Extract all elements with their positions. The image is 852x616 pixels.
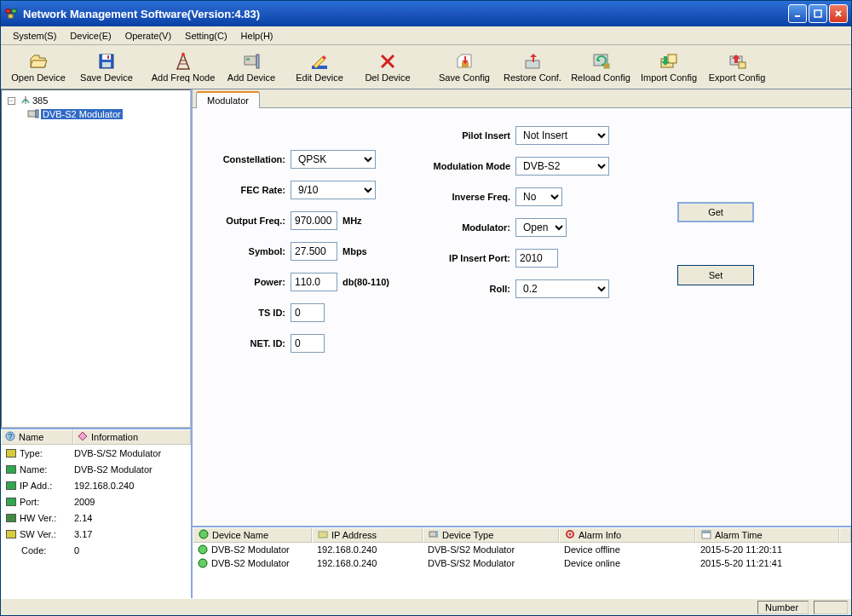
set-button[interactable]: Set <box>677 265 754 285</box>
modulator-icon <box>27 108 39 120</box>
fec-rate-select[interactable]: 9/10 <box>291 181 376 199</box>
svg-rect-30 <box>36 110 38 118</box>
modulator-panel: Constellation:QPSK FEC Rate:9/10 Output … <box>193 108 851 526</box>
gear-red-icon <box>565 529 575 541</box>
help-icon: ? <box>5 431 15 443</box>
svg-rect-35 <box>429 532 436 537</box>
svg-rect-27 <box>739 62 746 68</box>
menu-system[interactable]: System(S) <box>6 29 63 43</box>
left-pane: − 385 DVB-S2 Modulator ? Name Informatio… <box>1 89 193 598</box>
edit-device-button[interactable]: Edit Device <box>285 47 354 88</box>
status-bar: Number <box>1 598 851 615</box>
power-input[interactable] <box>291 273 337 291</box>
table-row[interactable]: DVB-S2 Modulator192.168.0.240DVB-S/S2 Mo… <box>193 543 851 556</box>
tab-strip: Modulator <box>193 89 851 108</box>
info-row: HW Ver.:2.14 <box>6 511 186 525</box>
floppy-icon <box>97 52 116 71</box>
menu-device[interactable]: Device(E) <box>63 29 118 43</box>
open-device-button[interactable]: Open Device <box>4 47 72 88</box>
info-row: Port:2009 <box>6 495 186 509</box>
diamond-icon <box>78 431 88 443</box>
svg-rect-1 <box>12 9 16 13</box>
ip-insert-port-input[interactable] <box>515 249 558 268</box>
menu-operate[interactable]: Operate(V) <box>118 29 178 43</box>
svg-point-13 <box>181 53 185 56</box>
info-row-icon <box>6 498 16 506</box>
import-icon <box>659 52 678 71</box>
tree-root[interactable]: − 385 <box>3 94 188 107</box>
save-device-button[interactable]: Save Device <box>72 47 141 88</box>
device-small-icon <box>429 529 439 541</box>
inverse-freq-select[interactable]: No <box>515 187 562 206</box>
right-pane: Modulator Constellation:QPSK FEC Rate:9/… <box>193 89 851 598</box>
menu-setting[interactable]: Setting(C) <box>178 29 234 43</box>
svg-rect-36 <box>436 531 438 538</box>
info-row-icon <box>6 465 16 474</box>
open-folder-icon <box>29 52 48 71</box>
info-row: Name:DVB-S2 Modulator <box>6 463 186 476</box>
svg-rect-29 <box>28 111 36 117</box>
device-tree[interactable]: − 385 DVB-S2 Modulator <box>1 89 191 428</box>
device-table: Device Name IP Address Device Type Alarm… <box>193 526 851 598</box>
svg-rect-8 <box>102 55 111 60</box>
menu-help[interactable]: Help(H) <box>234 29 280 43</box>
device-table-header: Device Name IP Address Device Type Alarm… <box>193 527 851 543</box>
import-config-button[interactable]: Import Config <box>635 47 703 88</box>
collapse-icon[interactable]: − <box>8 97 15 105</box>
pilot-insert-select[interactable]: Not Insert <box>515 126 609 145</box>
content-area: − 385 DVB-S2 Modulator ? Name Informatio… <box>1 89 851 598</box>
symbol-input[interactable] <box>291 242 337 261</box>
pencil-icon <box>310 52 329 71</box>
svg-rect-34 <box>319 532 327 538</box>
del-device-button[interactable]: Del Device <box>354 47 422 88</box>
info-row-icon <box>6 481 16 490</box>
constellation-select[interactable]: QPSK <box>291 150 376 169</box>
svg-rect-4 <box>815 10 821 17</box>
svg-rect-40 <box>702 531 711 533</box>
svg-rect-2 <box>9 14 13 18</box>
close-button[interactable] <box>829 4 848 23</box>
info-row-icon <box>6 530 16 538</box>
globe-green-icon <box>199 529 209 541</box>
calendar-icon <box>701 529 711 541</box>
delete-x-icon <box>378 52 397 71</box>
output-freq-input[interactable] <box>291 211 337 230</box>
info-row-icon <box>6 449 16 458</box>
table-row[interactable]: DVB-S2 Modulator192.168.0.240DVB-S/S2 Mo… <box>193 556 851 570</box>
svg-point-38 <box>569 533 572 536</box>
tree-item-modulator[interactable]: DVB-S2 Modulator <box>3 107 188 121</box>
reload-icon <box>591 52 610 71</box>
export-config-button[interactable]: Export Config <box>703 47 771 88</box>
toolbar: Open Device Save Device Add Freq Node Ad… <box>1 45 851 89</box>
get-button[interactable]: Get <box>677 202 754 222</box>
svg-point-41 <box>199 545 207 554</box>
restore-conf-button[interactable]: Restore Conf. <box>498 47 567 88</box>
tab-modulator[interactable]: Modulator <box>196 91 260 108</box>
svg-rect-15 <box>246 58 250 60</box>
device-icon <box>242 52 261 71</box>
info-panel: ? Name Information Type:DVB-S/S2 Modulat… <box>1 428 191 598</box>
add-device-button[interactable]: Add Device <box>217 47 285 88</box>
reload-config-button[interactable]: Reload Config <box>567 47 635 88</box>
card-icon <box>318 529 328 541</box>
svg-rect-0 <box>6 9 10 13</box>
svg-rect-9 <box>107 55 109 59</box>
menu-bar: System(S) Device(E) Operate(V) Setting(C… <box>1 26 851 45</box>
info-row: Code:0 <box>6 544 186 557</box>
info-row-icon <box>6 514 16 522</box>
save-config-button[interactable]: Save Config <box>430 47 498 88</box>
svg-point-33 <box>199 530 208 538</box>
maximize-button[interactable] <box>809 4 827 23</box>
svg-rect-23 <box>604 64 609 68</box>
modulator-select[interactable]: Open <box>515 218 567 237</box>
info-row: Type:DVB-S/S2 Modulator <box>6 446 186 460</box>
roll-select[interactable]: 0.2 <box>515 279 609 298</box>
svg-point-42 <box>199 559 207 567</box>
info-row: SW Ver.:3.17 <box>6 527 186 541</box>
ts-id-input[interactable] <box>291 303 325 322</box>
info-header: ? Name Information <box>1 429 191 445</box>
minimize-button[interactable] <box>788 4 807 23</box>
add-freq-node-button[interactable]: Add Freq Node <box>149 47 217 88</box>
modulation-mode-select[interactable]: DVB-S2 <box>515 157 609 176</box>
net-id-input[interactable] <box>291 334 325 353</box>
